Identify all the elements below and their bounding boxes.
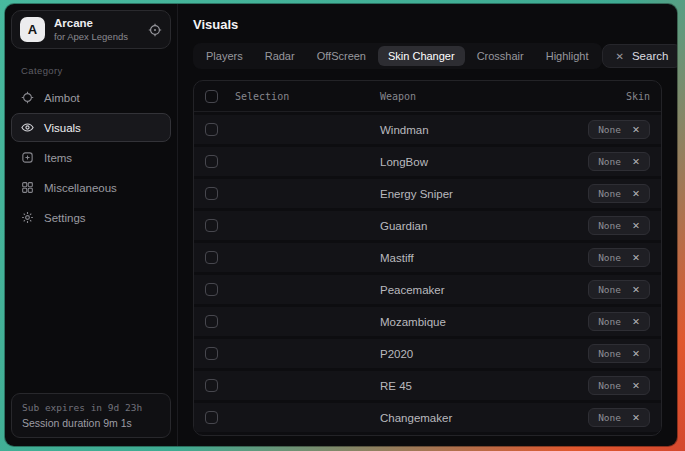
column-skin: Skin: [626, 91, 650, 102]
session-card: Sub expires in 9d 23h Session duration 9…: [11, 393, 171, 438]
table-body: Windman None ✕ LongBow None ✕: [194, 112, 661, 432]
sidebar-item-label: Miscellaneous: [44, 182, 117, 194]
row-checkbox[interactable]: [205, 315, 218, 328]
weapon-name: Energy Sniper: [380, 188, 578, 200]
sidebar-item-label: Aimbot: [44, 92, 80, 104]
row-checkbox[interactable]: [205, 123, 218, 136]
tab-offscreen[interactable]: OffScreen: [307, 46, 376, 66]
grid-icon: [21, 181, 34, 194]
table-row: Peacemaker None ✕: [194, 275, 661, 304]
clear-skin-icon[interactable]: ✕: [632, 156, 640, 167]
clear-skin-icon[interactable]: ✕: [632, 284, 640, 295]
row-checkbox[interactable]: [205, 155, 218, 168]
skin-value: None: [598, 284, 621, 295]
row-checkbox[interactable]: [205, 379, 218, 392]
skin-selector[interactable]: None ✕: [588, 120, 650, 139]
skin-selector[interactable]: None ✕: [588, 184, 650, 203]
weapon-name: P2020: [380, 348, 578, 360]
app-window: A Arcane for Apex Legends Category Aimbo…: [5, 4, 677, 446]
scope-icon[interactable]: [148, 23, 162, 37]
app-logo: A: [20, 17, 45, 42]
sidebar-item-label: Items: [44, 152, 72, 164]
table-row: RE 45 None ✕: [194, 371, 661, 400]
table-header: Selection Weapon Skin: [194, 81, 661, 112]
skin-selector[interactable]: None ✕: [588, 344, 650, 363]
row-checkbox[interactable]: [205, 187, 218, 200]
skin-selector[interactable]: None ✕: [588, 312, 650, 331]
clear-skin-icon[interactable]: ✕: [632, 252, 640, 263]
skin-selector[interactable]: None ✕: [588, 152, 650, 171]
table-row: Energy Sniper None ✕: [194, 179, 661, 208]
skin-selector[interactable]: None ✕: [588, 408, 650, 427]
tab-label: Crosshair: [477, 50, 524, 62]
skin-value: None: [598, 188, 621, 199]
table-row: P2020 None ✕: [194, 339, 661, 368]
row-checkbox[interactable]: [205, 251, 218, 264]
sidebar-item-settings[interactable]: Settings: [11, 203, 171, 232]
table-row: Mastiff None ✕: [194, 243, 661, 272]
sidebar-item-visuals[interactable]: Visuals: [11, 113, 171, 142]
tab-highlight[interactable]: Highlight: [536, 46, 599, 66]
sidebar-item-label: Settings: [44, 212, 86, 224]
category-label: Category: [21, 65, 171, 76]
tab-label: Skin Changer: [388, 50, 455, 62]
app-subtitle: for Apex Legends: [54, 31, 139, 43]
column-weapon: Weapon: [380, 91, 616, 102]
skin-selector[interactable]: None ✕: [588, 216, 650, 235]
skin-value: None: [598, 156, 621, 167]
clear-skin-icon[interactable]: ✕: [632, 348, 640, 359]
tab-radar[interactable]: Radar: [255, 46, 305, 66]
skin-value: None: [598, 220, 621, 231]
weapon-name: RE 45: [380, 380, 578, 392]
clear-skin-icon[interactable]: ✕: [632, 412, 640, 423]
search-button[interactable]: ✕ Search: [602, 44, 677, 68]
app-name: Arcane: [54, 16, 139, 31]
profile-names: Arcane for Apex Legends: [54, 16, 139, 43]
main-panel: Visuals Players Radar OffScreen Skin Cha…: [177, 4, 677, 446]
row-checkbox[interactable]: [205, 283, 218, 296]
tab-label: OffScreen: [317, 50, 366, 62]
clear-skin-icon[interactable]: ✕: [632, 188, 640, 199]
tab-label: Players: [206, 50, 243, 62]
tab-label: Highlight: [546, 50, 589, 62]
skin-value: None: [598, 380, 621, 391]
table-row: Windman None ✕: [194, 115, 661, 144]
row-checkbox[interactable]: [205, 411, 218, 424]
sub-expires-text: Sub expires in 9d 23h: [22, 402, 160, 413]
sidebar-item-items[interactable]: Items: [11, 143, 171, 172]
select-all-checkbox[interactable]: [205, 90, 218, 103]
tab-players[interactable]: Players: [196, 46, 253, 66]
skin-value: None: [598, 348, 621, 359]
row-checkbox[interactable]: [205, 219, 218, 232]
toolbar: Players Radar OffScreen Skin Changer Cro…: [193, 43, 662, 69]
tab-skin-changer[interactable]: Skin Changer: [378, 46, 465, 66]
skin-value: None: [598, 316, 621, 327]
weapon-name: Windman: [380, 124, 578, 136]
weapon-name: Changemaker: [380, 412, 578, 424]
clear-skin-icon[interactable]: ✕: [632, 316, 640, 327]
table-row: Mozambique None ✕: [194, 307, 661, 336]
box-icon: [21, 151, 34, 164]
clear-skin-icon[interactable]: ✕: [632, 124, 640, 135]
skin-selector[interactable]: None ✕: [588, 376, 650, 395]
session-duration-text: Session duration 9m 1s: [22, 417, 160, 429]
tab-label: Radar: [265, 50, 295, 62]
sidebar-item-miscellaneous[interactable]: Miscellaneous: [11, 173, 171, 202]
weapon-name: Guardian: [380, 220, 578, 232]
sidebar: A Arcane for Apex Legends Category Aimbo…: [5, 4, 177, 446]
skin-value: None: [598, 252, 621, 263]
profile-card: A Arcane for Apex Legends: [11, 10, 171, 49]
table-row: Changemaker None ✕: [194, 403, 661, 432]
crosshair-icon: [21, 91, 34, 104]
row-checkbox[interactable]: [205, 347, 218, 360]
weapon-name: Peacemaker: [380, 284, 578, 296]
sidebar-item-aimbot[interactable]: Aimbot: [11, 83, 171, 112]
skin-table: Selection Weapon Skin Windman None ✕: [193, 80, 662, 436]
clear-skin-icon[interactable]: ✕: [632, 380, 640, 391]
weapon-name: LongBow: [380, 156, 578, 168]
skin-selector[interactable]: None ✕: [588, 248, 650, 267]
sidebar-nav: Aimbot Visuals Items Miscellaneous Setti…: [11, 83, 171, 232]
tab-crosshair[interactable]: Crosshair: [467, 46, 534, 66]
clear-skin-icon[interactable]: ✕: [632, 220, 640, 231]
skin-selector[interactable]: None ✕: [588, 280, 650, 299]
